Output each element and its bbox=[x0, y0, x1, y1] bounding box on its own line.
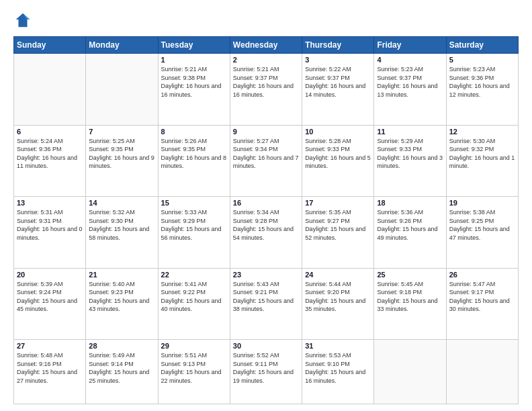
day-info: Sunrise: 5:53 AM Sunset: 9:10 PM Dayligh… bbox=[305, 351, 371, 385]
weekday-header: Tuesday bbox=[158, 37, 230, 54]
day-number: 24 bbox=[305, 271, 371, 279]
day-info: Sunrise: 5:29 AM Sunset: 9:33 PM Dayligh… bbox=[377, 137, 443, 171]
day-number: 19 bbox=[449, 199, 515, 207]
calendar-day-cell: 2Sunrise: 5:21 AM Sunset: 9:37 PM Daylig… bbox=[230, 54, 302, 126]
day-number: 8 bbox=[161, 128, 227, 136]
day-number: 3 bbox=[305, 56, 371, 64]
day-number: 10 bbox=[305, 128, 371, 136]
weekday-header: Monday bbox=[86, 37, 158, 54]
calendar-day-cell: 9Sunrise: 5:27 AM Sunset: 9:34 PM Daylig… bbox=[230, 125, 302, 197]
calendar-day-cell: 13Sunrise: 5:31 AM Sunset: 9:31 PM Dayli… bbox=[14, 197, 86, 269]
calendar-day-cell: 1Sunrise: 5:21 AM Sunset: 9:38 PM Daylig… bbox=[158, 54, 230, 126]
day-number: 25 bbox=[377, 271, 443, 279]
calendar-day-cell: 30Sunrise: 5:52 AM Sunset: 9:11 PM Dayli… bbox=[230, 340, 302, 404]
day-info: Sunrise: 5:30 AM Sunset: 9:32 PM Dayligh… bbox=[449, 137, 515, 171]
day-number: 31 bbox=[305, 342, 371, 350]
calendar-table: SundayMondayTuesdayWednesdayThursdayFrid… bbox=[13, 36, 519, 404]
day-info: Sunrise: 5:33 AM Sunset: 9:29 PM Dayligh… bbox=[161, 208, 227, 242]
calendar-week-row: 13Sunrise: 5:31 AM Sunset: 9:31 PM Dayli… bbox=[14, 197, 519, 269]
day-info: Sunrise: 5:52 AM Sunset: 9:11 PM Dayligh… bbox=[233, 351, 299, 385]
logo-icon bbox=[13, 11, 32, 30]
day-info: Sunrise: 5:48 AM Sunset: 9:16 PM Dayligh… bbox=[17, 351, 83, 385]
day-info: Sunrise: 5:45 AM Sunset: 9:18 PM Dayligh… bbox=[377, 280, 443, 314]
calendar-day-cell bbox=[14, 54, 86, 126]
calendar-day-cell: 20Sunrise: 5:39 AM Sunset: 9:24 PM Dayli… bbox=[14, 268, 86, 340]
day-info: Sunrise: 5:35 AM Sunset: 9:27 PM Dayligh… bbox=[305, 208, 371, 242]
day-info: Sunrise: 5:47 AM Sunset: 9:17 PM Dayligh… bbox=[449, 280, 515, 314]
day-info: Sunrise: 5:22 AM Sunset: 9:37 PM Dayligh… bbox=[305, 65, 371, 99]
calendar-day-cell: 25Sunrise: 5:45 AM Sunset: 9:18 PM Dayli… bbox=[374, 268, 446, 340]
day-info: Sunrise: 5:31 AM Sunset: 9:31 PM Dayligh… bbox=[17, 208, 83, 242]
day-number: 4 bbox=[377, 56, 443, 64]
day-number: 29 bbox=[161, 342, 227, 350]
calendar-day-cell: 26Sunrise: 5:47 AM Sunset: 9:17 PM Dayli… bbox=[446, 268, 518, 340]
calendar-day-cell bbox=[86, 54, 158, 126]
calendar-day-cell: 5Sunrise: 5:23 AM Sunset: 9:36 PM Daylig… bbox=[446, 54, 518, 126]
day-info: Sunrise: 5:41 AM Sunset: 9:22 PM Dayligh… bbox=[161, 280, 227, 314]
calendar-day-cell: 12Sunrise: 5:30 AM Sunset: 9:32 PM Dayli… bbox=[446, 125, 518, 197]
page: SundayMondayTuesdayWednesdayThursdayFrid… bbox=[0, 0, 532, 411]
day-number: 20 bbox=[17, 271, 83, 279]
weekday-header: Friday bbox=[374, 37, 446, 54]
calendar-day-cell: 17Sunrise: 5:35 AM Sunset: 9:27 PM Dayli… bbox=[302, 197, 374, 269]
calendar-week-row: 27Sunrise: 5:48 AM Sunset: 9:16 PM Dayli… bbox=[14, 340, 519, 404]
calendar-day-cell: 31Sunrise: 5:53 AM Sunset: 9:10 PM Dayli… bbox=[302, 340, 374, 404]
day-number: 16 bbox=[233, 199, 299, 207]
calendar-day-cell: 28Sunrise: 5:49 AM Sunset: 9:14 PM Dayli… bbox=[86, 340, 158, 404]
calendar-day-cell: 29Sunrise: 5:51 AM Sunset: 9:13 PM Dayli… bbox=[158, 340, 230, 404]
day-info: Sunrise: 5:23 AM Sunset: 9:37 PM Dayligh… bbox=[377, 65, 443, 99]
svg-marker-0 bbox=[16, 13, 30, 28]
calendar-header: SundayMondayTuesdayWednesdayThursdayFrid… bbox=[14, 37, 519, 54]
day-info: Sunrise: 5:38 AM Sunset: 9:25 PM Dayligh… bbox=[449, 208, 515, 242]
day-number: 21 bbox=[89, 271, 154, 279]
calendar-day-cell: 16Sunrise: 5:34 AM Sunset: 9:28 PM Dayli… bbox=[230, 197, 302, 269]
day-info: Sunrise: 5:24 AM Sunset: 9:36 PM Dayligh… bbox=[17, 137, 83, 171]
day-number: 26 bbox=[449, 271, 515, 279]
day-info: Sunrise: 5:44 AM Sunset: 9:20 PM Dayligh… bbox=[305, 280, 371, 314]
calendar-day-cell bbox=[446, 340, 518, 404]
calendar-week-row: 20Sunrise: 5:39 AM Sunset: 9:24 PM Dayli… bbox=[14, 268, 519, 340]
weekday-header: Thursday bbox=[302, 37, 374, 54]
day-number: 28 bbox=[89, 342, 154, 350]
day-info: Sunrise: 5:51 AM Sunset: 9:13 PM Dayligh… bbox=[161, 351, 227, 385]
day-number: 17 bbox=[305, 199, 371, 207]
weekday-header: Wednesday bbox=[230, 37, 302, 54]
day-number: 2 bbox=[233, 56, 299, 64]
day-number: 5 bbox=[449, 56, 515, 64]
calendar-day-cell: 10Sunrise: 5:28 AM Sunset: 9:33 PM Dayli… bbox=[302, 125, 374, 197]
day-info: Sunrise: 5:39 AM Sunset: 9:24 PM Dayligh… bbox=[17, 280, 83, 314]
day-number: 22 bbox=[161, 271, 227, 279]
day-number: 13 bbox=[17, 199, 83, 207]
day-number: 12 bbox=[449, 128, 515, 136]
calendar-day-cell: 8Sunrise: 5:26 AM Sunset: 9:35 PM Daylig… bbox=[158, 125, 230, 197]
calendar-day-cell: 22Sunrise: 5:41 AM Sunset: 9:22 PM Dayli… bbox=[158, 268, 230, 340]
day-number: 23 bbox=[233, 271, 299, 279]
day-info: Sunrise: 5:25 AM Sunset: 9:35 PM Dayligh… bbox=[89, 137, 154, 171]
day-info: Sunrise: 5:34 AM Sunset: 9:28 PM Dayligh… bbox=[233, 208, 299, 242]
calendar-day-cell: 15Sunrise: 5:33 AM Sunset: 9:29 PM Dayli… bbox=[158, 197, 230, 269]
calendar-body: 1Sunrise: 5:21 AM Sunset: 9:38 PM Daylig… bbox=[14, 54, 519, 404]
calendar-day-cell: 11Sunrise: 5:29 AM Sunset: 9:33 PM Dayli… bbox=[374, 125, 446, 197]
calendar-day-cell: 24Sunrise: 5:44 AM Sunset: 9:20 PM Dayli… bbox=[302, 268, 374, 340]
calendar-week-row: 6Sunrise: 5:24 AM Sunset: 9:36 PM Daylig… bbox=[14, 125, 519, 197]
calendar-day-cell: 18Sunrise: 5:36 AM Sunset: 9:26 PM Dayli… bbox=[374, 197, 446, 269]
day-number: 30 bbox=[233, 342, 299, 350]
weekday-header: Saturday bbox=[446, 37, 518, 54]
day-number: 27 bbox=[17, 342, 83, 350]
weekday-header: Sunday bbox=[14, 37, 86, 54]
calendar-day-cell bbox=[374, 340, 446, 404]
calendar-day-cell: 19Sunrise: 5:38 AM Sunset: 9:25 PM Dayli… bbox=[446, 197, 518, 269]
header bbox=[13, 11, 519, 30]
calendar-day-cell: 3Sunrise: 5:22 AM Sunset: 9:37 PM Daylig… bbox=[302, 54, 374, 126]
calendar-day-cell: 6Sunrise: 5:24 AM Sunset: 9:36 PM Daylig… bbox=[14, 125, 86, 197]
calendar-day-cell: 7Sunrise: 5:25 AM Sunset: 9:35 PM Daylig… bbox=[86, 125, 158, 197]
day-number: 6 bbox=[17, 128, 83, 136]
calendar-week-row: 1Sunrise: 5:21 AM Sunset: 9:38 PM Daylig… bbox=[14, 54, 519, 126]
day-info: Sunrise: 5:32 AM Sunset: 9:30 PM Dayligh… bbox=[89, 208, 154, 242]
day-info: Sunrise: 5:36 AM Sunset: 9:26 PM Dayligh… bbox=[377, 208, 443, 242]
calendar-day-cell: 14Sunrise: 5:32 AM Sunset: 9:30 PM Dayli… bbox=[86, 197, 158, 269]
day-number: 9 bbox=[233, 128, 299, 136]
calendar-day-cell: 21Sunrise: 5:40 AM Sunset: 9:23 PM Dayli… bbox=[86, 268, 158, 340]
weekday-row: SundayMondayTuesdayWednesdayThursdayFrid… bbox=[14, 37, 519, 54]
day-number: 18 bbox=[377, 199, 443, 207]
